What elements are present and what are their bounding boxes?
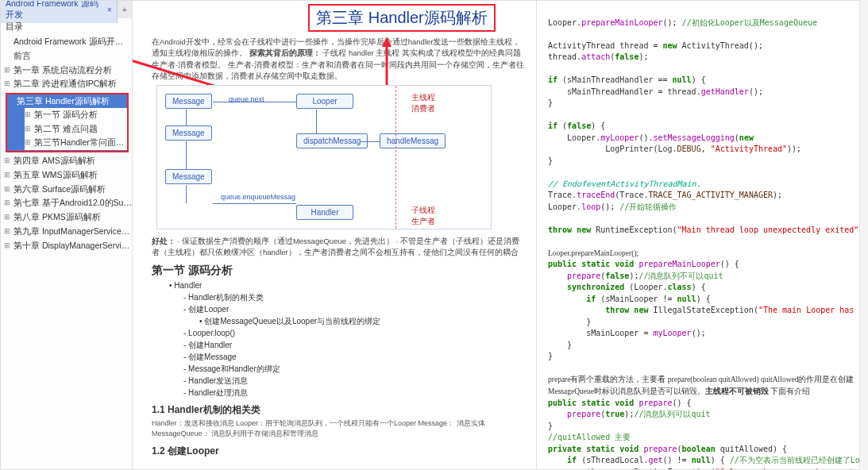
diagram-label-producer: 生产者 <box>411 216 435 227</box>
diagram-label-mainthread: 主线程 <box>411 92 435 103</box>
toc-item[interactable]: 第六章 Surface源码解析 <box>4 183 132 197</box>
diagram-label-consumer: 消费者 <box>411 103 435 114</box>
toc-subitem[interactable]: 第三节Handler常问面试题 <box>25 136 127 150</box>
intro-text: 在Android开发中，经常会在子线程中进行一些操作，当操作完毕后会通过hand… <box>152 37 525 82</box>
toc-item[interactable]: 第八章 PKMS源码解析 <box>4 210 132 225</box>
diagram-box-message3: Message <box>165 169 212 184</box>
toc-subitem[interactable]: 第一节 源码分析 <box>25 108 127 122</box>
diagram-box-message2: Message <box>165 125 212 141</box>
toc-tree: Android Framework 源码开发揭秘 前言 第一章 系统启动流程分析… <box>1 35 132 252</box>
toc-title: 目录 <box>1 18 132 35</box>
diagram-box-message: Message <box>165 94 212 109</box>
toc-item[interactable]: 第五章 WMS源码解析 <box>4 168 132 183</box>
subheading-11-desc: Handler：发送和接收消息 Looper：用于轮询消息队列，一个线程只能有一… <box>152 418 525 440</box>
app-root: Android Framework 源码开发 × + 目录 Android Fr… <box>0 0 868 470</box>
subheading-12: 1.2 创建Looper <box>152 445 525 458</box>
section-title: 第一节 源码分析 <box>152 264 525 278</box>
toc-item-chap3[interactable]: 第三章 Handler源码解析 第一节 源码分析 第二节 难点问题 第三节Han… <box>6 93 129 152</box>
code-note-2: prepare有两个重载的方法，主要看 prepare(boolean quit… <box>548 376 854 395</box>
code-note: Looper.prepareMainLooper(); <box>548 249 638 257</box>
diagram-label-subthread: 子线程 <box>411 205 435 216</box>
subheading-11: 1.1 Handler机制的相关类 <box>152 403 525 417</box>
diagram-box-handlemsg: handleMessag <box>380 133 446 148</box>
diagram: Message Message Message Looper dispatchM… <box>156 85 492 229</box>
toc-subitem[interactable]: 第二节 难点问题 <box>25 122 127 137</box>
close-icon[interactable]: × <box>107 5 112 14</box>
toc-item[interactable]: 前言 <box>4 49 132 64</box>
bullet-list: • Handler - Handler机制的相关类 - 创建Looper • 创… <box>160 279 525 399</box>
diagram-label-enqueue: queue.enqueueMessag <box>221 193 295 201</box>
toc-item[interactable]: 第二章 跨进程通信IPC解析 <box>4 77 132 91</box>
diagram-box-handler: Handler <box>296 205 353 220</box>
tab-strip: Android Framework 源码开发 × + <box>1 1 132 18</box>
diagram-box-looper: Looper <box>296 94 353 109</box>
toc-item[interactable]: 第九章 InputManagerService源码解析 <box>4 225 132 239</box>
sidebar: Android Framework 源码开发 × + 目录 Android Fr… <box>1 1 133 469</box>
page-title: 第三章 Handler源码解析 <box>308 4 496 32</box>
toc-item[interactable]: Android Framework 源码开发揭秘 <box>4 35 132 49</box>
diagram-box-dispatch: dispatchMessag <box>296 133 368 148</box>
doc-notes: 好处： · 保证数据生产消费的顺序（通过MessageQueue，先进先出） ·… <box>152 236 525 259</box>
doc-panel: 第三章 Handler源码解析 在Android开发中，经常会在子线程中进行一些… <box>133 1 537 469</box>
toc-item[interactable]: 第七章 基于Android12.0的SurfaceFlinger源 <box>4 196 132 210</box>
sidebar-scrollbar[interactable] <box>859 0 868 470</box>
toc-item[interactable]: 第四章 AMS源码解析 <box>4 154 132 168</box>
new-tab-button[interactable]: + <box>118 5 132 14</box>
code-panel: Looper.prepareMainLooper(); //初始化Looper以… <box>537 1 867 469</box>
toc-item[interactable]: 第十章 DisplayManagerService源码解析 <box>4 239 132 253</box>
toc-chap3-label: 第三章 Handler源码解析 <box>17 96 110 106</box>
toc-item[interactable]: 第一章 系统启动流程分析 <box>4 64 132 78</box>
